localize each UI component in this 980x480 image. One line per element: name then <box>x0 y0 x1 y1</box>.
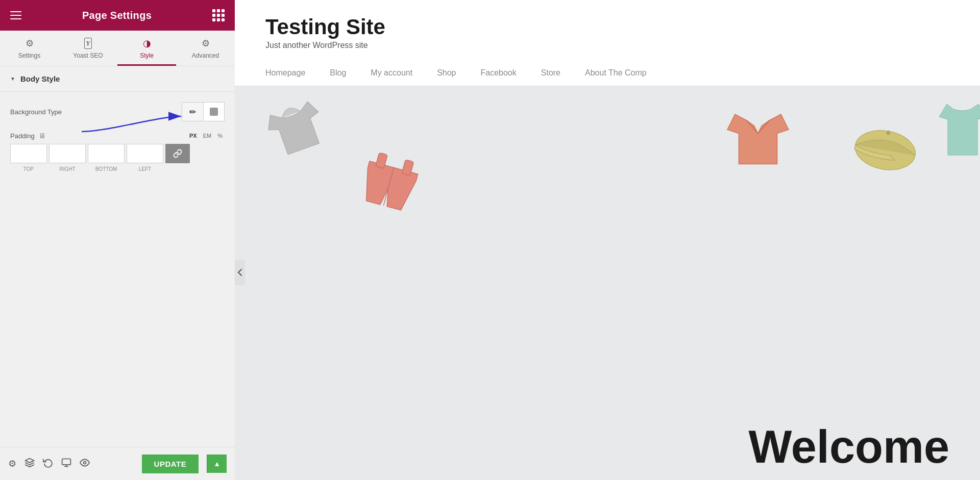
nav-facebook[interactable]: Facebook <box>481 68 517 78</box>
tab-advanced[interactable]: ⚙ Advanced <box>176 31 235 66</box>
clothing-yellow-cap <box>848 117 923 181</box>
right-panel: Testing Site Just another WordPress site… <box>235 0 980 480</box>
svg-point-5 <box>84 461 86 464</box>
clothing-orange-shirt <box>720 99 796 178</box>
site-header: Testing Site Just another WordPress site <box>235 0 980 60</box>
footer-history-icon[interactable] <box>43 458 53 470</box>
site-preview: Welcome <box>235 86 980 480</box>
panel-content: ▼ Body Style Background Type ✏ <box>0 66 235 447</box>
svg-marker-1 <box>26 458 34 462</box>
padding-bottom-input[interactable] <box>88 144 125 163</box>
clothing-gray-shirt <box>253 86 339 171</box>
footer-layers-icon[interactable] <box>24 458 35 470</box>
site-title: Testing Site <box>265 15 949 39</box>
clothing-red-shorts <box>344 145 432 234</box>
nav-blog[interactable]: Blog <box>330 68 346 78</box>
padding-bottom-label: BOTTOM <box>88 166 125 172</box>
padding-labels: TOP RIGHT BOTTOM LEFT <box>10 166 225 172</box>
background-type-row: Background Type ✏ <box>10 102 225 121</box>
site-nav: Homepage Blog My account Shop Facebook S… <box>235 60 980 86</box>
padding-label-row: Padding 🖥 PX EM % <box>10 132 225 140</box>
padding-label-left: Padding 🖥 <box>10 132 46 140</box>
update-button[interactable]: UPDATE <box>142 454 199 473</box>
padding-left-input[interactable] <box>127 144 163 163</box>
nav-about[interactable]: About The Comp <box>585 68 647 78</box>
footer-monitor-icon[interactable] <box>61 458 71 470</box>
yoast-icon: Y <box>84 38 92 49</box>
collapse-handle[interactable] <box>235 260 245 285</box>
tab-settings[interactable]: ⚙ Settings <box>0 31 59 66</box>
padding-top-input[interactable] <box>10 144 47 163</box>
footer-eye-icon[interactable] <box>80 458 90 470</box>
background-type-buttons: ✏ <box>182 102 225 121</box>
style-icon: ◑ <box>143 38 151 49</box>
padding-link-btn[interactable] <box>165 144 190 163</box>
grid-apps-icon[interactable] <box>212 9 225 21</box>
settings-icon: ⚙ <box>26 38 34 49</box>
tab-yoast-label: Yoast SEO <box>73 52 103 59</box>
padding-right-input[interactable] <box>49 144 86 163</box>
body-style-section-header: ▼ Body Style <box>0 66 235 92</box>
bg-type-pencil-btn[interactable]: ✏ <box>182 102 203 121</box>
nav-homepage[interactable]: Homepage <box>265 68 305 78</box>
footer-gear-icon[interactable]: ⚙ <box>8 458 16 469</box>
bg-type-square-btn[interactable] <box>203 102 225 121</box>
tab-advanced-label: Advanced <box>192 52 219 59</box>
padding-right-label: RIGHT <box>49 166 86 172</box>
settings-area: Background Type ✏ <box>0 92 235 182</box>
tab-style-label: Style <box>140 52 154 59</box>
site-tagline: Just another WordPress site <box>265 41 949 50</box>
left-panel: Page Settings ⚙ Settings Y Yoast SEO ◑ S… <box>0 0 235 480</box>
padding-top-label: TOP <box>10 166 47 172</box>
svg-rect-2 <box>62 459 71 465</box>
padding-inputs <box>10 144 225 163</box>
body-style-title: Body Style <box>20 74 60 83</box>
unit-px-btn[interactable]: PX <box>187 132 199 140</box>
tab-settings-label: Settings <box>18 52 40 59</box>
hamburger-menu[interactable] <box>10 11 21 19</box>
welcome-text: Welcome <box>749 424 950 470</box>
unit-percent-btn[interactable]: % <box>215 132 225 140</box>
monitor-icon: 🖥 <box>39 132 46 140</box>
panel-header: Page Settings <box>0 0 235 31</box>
tab-style[interactable]: ◑ Style <box>117 31 176 66</box>
nav-shop[interactable]: Shop <box>437 68 456 78</box>
nav-store[interactable]: Store <box>541 68 560 78</box>
unit-buttons: PX EM % <box>187 132 225 140</box>
panel-title: Page Settings <box>82 10 152 21</box>
update-dropdown-btn[interactable]: ▲ <box>207 454 227 473</box>
padding-label: Padding <box>10 132 35 140</box>
collapse-arrow-icon[interactable]: ▼ <box>10 76 15 82</box>
tab-yoast[interactable]: Y Yoast SEO <box>59 31 117 66</box>
panel-tabs: ⚙ Settings Y Yoast SEO ◑ Style ⚙ Advance… <box>0 31 235 66</box>
panel-footer: ⚙ UPD <box>0 447 235 480</box>
padding-left-label: LEFT <box>127 166 163 172</box>
nav-my-account[interactable]: My account <box>371 68 412 78</box>
clothing-teal-shirt <box>937 94 980 167</box>
advanced-icon: ⚙ <box>202 38 210 49</box>
unit-em-btn[interactable]: EM <box>201 132 214 140</box>
background-type-label: Background Type <box>10 108 62 116</box>
